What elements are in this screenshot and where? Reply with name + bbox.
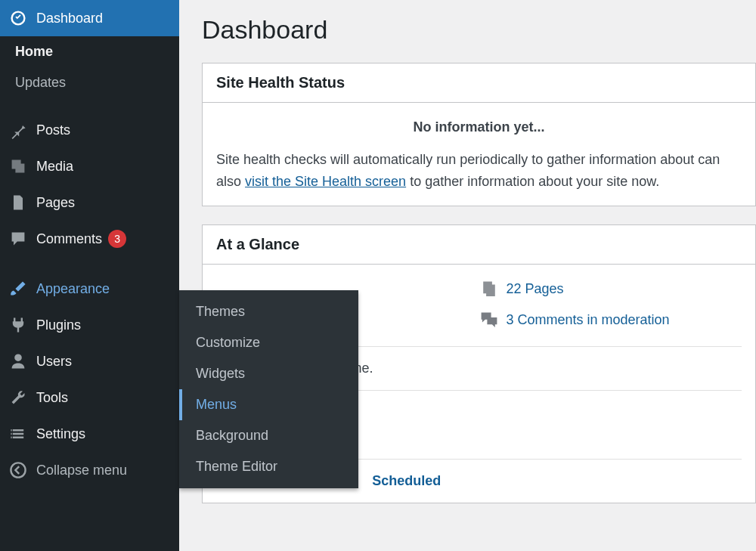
glance-comments-mod: 3 Comments in moderation [479,309,742,331]
plug-icon [9,316,27,334]
pages-icon [479,280,499,299]
sidebar-item-users[interactable]: Users [0,343,179,379]
sidebar-item-settings[interactable]: Settings [0,416,179,452]
sidebar-item-pages[interactable]: Pages [0,184,179,221]
dashboard-icon [9,9,27,27]
activity-status: Scheduled [372,470,441,492]
sidebar-label: Collapse menu [36,463,127,478]
sidebar-label: Settings [36,426,85,442]
appearance-flyout: Themes Customize Widgets Menus Backgroun… [179,290,358,488]
comments-icon [479,311,499,330]
sidebar-label: Pages [36,195,75,211]
sidebar-item-collapse[interactable]: Collapse menu [0,452,179,488]
sidebar-item-posts[interactable]: Posts [0,112,179,148]
sidebar-item-comments[interactable]: Comments 3 [0,221,179,257]
sidebar-item-tools[interactable]: Tools [0,379,179,416]
sidebar-label: Tools [36,390,68,406]
sidebar-subitem-updates[interactable]: Updates [0,67,179,98]
sidebar-item-appearance[interactable]: Appearance [0,271,179,307]
site-health-panel: Site Health Status No information yet...… [202,63,756,206]
glance-comments-link[interactable]: 3 Comments in moderation [507,309,670,331]
sidebar-item-plugins[interactable]: Plugins [0,307,179,343]
collapse-icon [9,461,27,479]
user-icon [9,352,27,370]
flyout-item-menus[interactable]: Menus [179,389,358,420]
site-health-link[interactable]: visit the Site Health screen [245,174,406,189]
site-health-text: Site health checks will automatically ru… [216,149,742,193]
flyout-item-widgets[interactable]: Widgets [179,358,358,389]
sidebar-label: Dashboard [36,11,103,26]
svg-point-0 [11,463,25,477]
wrench-icon [9,388,27,407]
glance-title: At a Glance [203,225,755,265]
sidebar-label: Comments [36,231,102,247]
comment-icon [9,230,27,248]
media-icon [9,157,27,175]
brush-icon [9,280,27,298]
sidebar-label: Media [36,159,73,175]
admin-sidebar: Dashboard Home Updates Posts Media Pages… [0,0,179,551]
sidebar-subitem-home[interactable]: Home [0,36,179,67]
sidebar-item-media[interactable]: Media [0,148,179,184]
sidebar-label: Posts [36,122,70,138]
flyout-item-customize[interactable]: Customize [179,327,358,358]
sidebar-label: Plugins [36,317,81,333]
sidebar-label: Users [36,354,72,370]
settings-icon [9,425,27,443]
site-health-title: Site Health Status [203,63,755,103]
glance-pages-link[interactable]: 22 Pages [507,278,564,300]
pin-icon [9,121,27,139]
site-health-headline: No information yet... [216,116,742,138]
flyout-item-themes[interactable]: Themes [179,296,358,327]
sidebar-item-dashboard[interactable]: Dashboard [0,0,179,36]
page-icon [9,193,27,212]
comments-badge: 3 [108,230,126,248]
glance-pages: 22 Pages [479,278,742,300]
sidebar-label: Appearance [36,281,110,297]
page-title: Dashboard [202,15,756,45]
flyout-item-background[interactable]: Background [179,420,358,451]
flyout-item-theme-editor[interactable]: Theme Editor [179,451,358,482]
